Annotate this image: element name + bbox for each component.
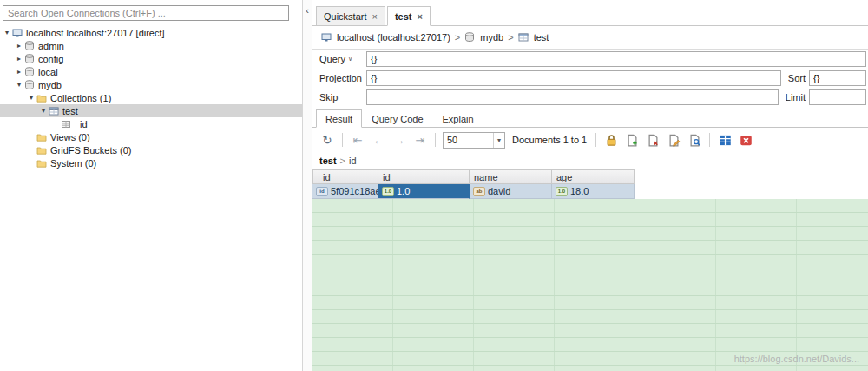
cell-path-bar: test > id [312,152,868,169]
chevron-right-icon[interactable]: ▸ [14,65,24,78]
cell-name[interactable]: ab david [470,184,552,199]
tree-item-mydb[interactable]: ▾ mydb [0,78,302,91]
toolbar-separator [709,133,710,147]
skip-input[interactable] [366,89,779,105]
chevron-down-icon[interactable]: ▾ [26,91,36,104]
tab-result[interactable]: Result [316,109,362,128]
tree-item-id-index[interactable]: _id_ [0,117,302,130]
edit-document-icon[interactable] [666,132,681,148]
tree-item-label: System (0) [50,158,96,169]
toolbar-separator [595,133,596,147]
collection-icon [49,106,60,116]
path-collection: test [319,156,337,166]
sort-label: Sort [781,73,809,83]
projection-label-text: Projection [319,73,362,83]
number-type-icon: 1.0 [556,187,568,196]
documents-range-label: Documents 1 to 1 [512,135,587,145]
tab-query-code[interactable]: Query Code [362,109,432,128]
tree-item-test-collection[interactable]: ▾ test [0,104,302,117]
first-page-icon[interactable]: ⇤ [350,132,365,148]
breadcrumb-separator: > [455,32,460,43]
column-header-id[interactable]: id [378,169,470,184]
server-icon [321,32,332,43]
view-document-icon[interactable] [687,132,702,148]
tree-item-connection[interactable]: ▾ localhost localhost:27017 [direct] [0,26,302,39]
skip-label-text: Skip [319,92,338,103]
search-input[interactable] [3,5,289,21]
projection-input[interactable] [366,70,781,86]
column-header-id-field[interactable]: _id [312,169,378,184]
database-icon [464,32,476,43]
number-type-icon: 1.0 [382,187,394,196]
table-row[interactable]: id 5f091c18aef83... 1.0 1.0 ab david 1.0… [312,184,635,199]
query-label-text: Query [319,54,345,64]
table-header-row: _id id name age [312,169,635,184]
close-icon[interactable]: × [372,11,378,22]
index-icon [61,119,72,129]
add-document-icon[interactable] [624,132,640,148]
tree-item-system[interactable]: System (0) [0,156,302,169]
tree-item-label: Views (0) [50,132,90,142]
limit-input[interactable] [809,89,866,105]
chevron-right-icon[interactable]: ▸ [14,52,24,65]
tree-item-label: GridFS Buckets (0) [50,145,132,156]
cell-id-selected[interactable]: 1.0 1.0 [378,184,470,199]
tab-test[interactable]: test × [387,6,431,26]
close-result-icon[interactable] [738,132,753,148]
cell-age[interactable]: 1.0 18.0 [552,184,635,199]
tree-item-config[interactable]: ▸ config [0,52,302,65]
tree-item-label: localhost localhost:27017 [direct] [26,28,165,38]
breadcrumb-database[interactable]: mydb [480,32,503,43]
chevron-right-icon[interactable]: ▸ [14,39,24,52]
sort-input[interactable] [809,70,866,86]
close-icon[interactable]: × [418,11,423,22]
tree-item-label: _id_ [75,119,93,129]
tab-explain[interactable]: Explain [433,109,483,128]
refresh-icon[interactable]: ↻ [319,132,335,148]
projection-row: Projection Sort [312,69,868,88]
skip-label: Skip [312,92,366,103]
breadcrumb-connection[interactable]: localhost (localhost:27017) [337,32,450,43]
tab-label: test [395,11,412,22]
toolbar-separator [342,133,343,147]
column-header-age[interactable]: age [552,169,635,184]
chevron-down-icon: ∨ [348,56,352,63]
breadcrumb-separator: > [508,32,513,43]
last-page-icon[interactable]: ⇥ [412,132,428,148]
result-toolbar: ↻ ⇤ ← → ⇥ 50 ▾ Documents 1 to 1 [312,128,868,152]
collapse-sidebar-button[interactable]: ‹ [306,5,309,16]
breadcrumb-collection[interactable]: test [534,32,549,43]
folder-icon [36,132,48,142]
tab-quickstart[interactable]: Quickstart × [316,6,385,26]
cell-value: david [488,186,510,196]
tree-item-collections[interactable]: ▾ Collections (1) [0,91,302,104]
tree-item-label: Collections (1) [50,93,111,103]
toolbar-separator [435,133,436,147]
query-label[interactable]: Query ∨ [312,54,366,64]
server-icon [12,28,23,38]
tree-item-gridfs[interactable]: GridFS Buckets (0) [0,143,302,156]
tree-item-local[interactable]: ▸ local [0,65,302,78]
cell-id-field[interactable]: id 5f091c18aef83... [312,184,378,199]
connections-tree: ▾ localhost localhost:27017 [direct] ▸ a… [0,26,302,169]
tree-item-admin[interactable]: ▸ admin [0,39,302,52]
cell-value: 5f091c18aef83... [331,186,378,196]
lock-icon[interactable] [603,132,619,148]
chevron-down-icon[interactable]: ▾ [2,26,12,39]
query-input[interactable] [366,51,866,67]
page-size-select[interactable]: 50 ▾ [443,132,505,149]
tree-item-label: mydb [38,80,62,90]
delete-document-icon[interactable] [645,132,661,148]
table-view-icon[interactable] [717,132,733,148]
column-header-name[interactable]: name [470,169,552,184]
prev-page-icon[interactable]: ← [371,132,386,148]
tree-item-label: local [38,67,58,77]
document-tabbar: Quickstart × test × [312,5,868,26]
panel-splitter[interactable]: ‹ [302,0,312,371]
chevron-down-icon[interactable]: ▾ [14,78,24,91]
chevron-down-icon[interactable]: ▾ [38,104,49,117]
string-type-icon: ab [473,187,485,196]
result-tabbar: Result Query Code Explain [312,109,868,128]
tree-item-views[interactable]: Views (0) [0,130,302,143]
next-page-icon[interactable]: → [391,132,407,148]
